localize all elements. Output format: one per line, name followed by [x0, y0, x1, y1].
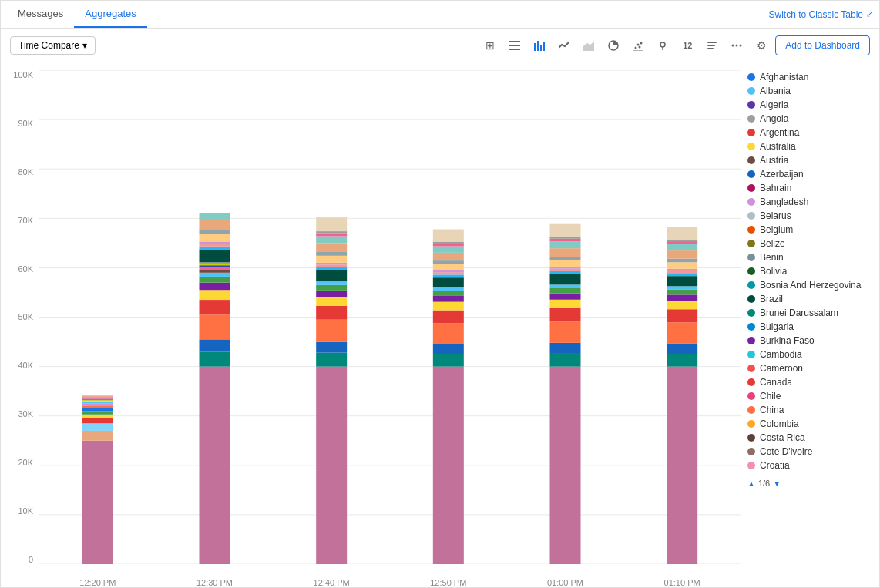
bar-segment[interactable] [433, 244, 464, 247]
bar-segment[interactable] [82, 415, 113, 418]
legend-item[interactable]: Albania [747, 84, 873, 98]
bar-segment[interactable] [82, 398, 113, 399]
bar-segment[interactable] [200, 234, 230, 242]
tab-messages[interactable]: Messages [7, 1, 74, 28]
bar-segment[interactable] [550, 224, 581, 237]
bar-segment[interactable] [667, 250, 697, 259]
bar-segment[interactable] [316, 234, 347, 237]
bar-segment[interactable] [82, 400, 113, 401]
bar-segment[interactable] [316, 367, 347, 564]
bar-segment[interactable] [316, 237, 347, 244]
legend-item[interactable]: Cameroon [747, 361, 873, 375]
bar-segment[interactable] [433, 253, 464, 260]
bar-segment[interactable] [316, 267, 347, 270]
bar-segment[interactable] [667, 301, 697, 309]
legend-item[interactable]: China [747, 403, 873, 417]
bar-segment[interactable] [316, 243, 347, 252]
bar-segment[interactable] [316, 342, 347, 353]
bar-segment[interactable] [82, 441, 113, 564]
bar-segment[interactable] [200, 283, 230, 291]
bar-segment[interactable] [433, 264, 464, 270]
bar-segment[interactable] [200, 230, 230, 234]
bar-segment[interactable] [550, 271, 581, 274]
bar-segment[interactable] [200, 300, 230, 314]
bar-segment[interactable] [200, 220, 230, 230]
bar-segment[interactable] [316, 306, 347, 320]
legend-item[interactable]: Cote D'ivoire [747, 445, 873, 459]
time-compare-button[interactable]: Time Compare ▾ [10, 36, 96, 55]
bar-segment[interactable] [667, 367, 697, 564]
bar-segment[interactable] [550, 267, 581, 268]
text-view-icon[interactable] [701, 35, 723, 56]
legend-item[interactable]: Colombia [747, 417, 873, 431]
bar-segment[interactable] [550, 257, 581, 260]
legend-item[interactable]: Brazil [747, 292, 873, 306]
bar-segment[interactable] [433, 296, 464, 302]
legend-item[interactable]: Australia [747, 139, 873, 153]
bar-segment[interactable] [433, 230, 464, 242]
legend-item[interactable]: Benin [747, 250, 873, 264]
bar-segment[interactable] [667, 343, 697, 354]
bar-segment[interactable] [433, 242, 464, 244]
bar-segment[interactable] [316, 291, 347, 297]
bar-segment[interactable] [433, 272, 464, 274]
bar-segment[interactable] [82, 398, 113, 399]
bar-segment[interactable] [82, 404, 113, 406]
bar-segment[interactable] [316, 281, 347, 285]
bar-segment[interactable] [82, 423, 113, 431]
bar-segment[interactable] [550, 367, 581, 564]
bar-segment[interactable] [82, 397, 113, 398]
bar-segment[interactable] [667, 259, 697, 263]
legend-item[interactable]: Algeria [747, 98, 873, 112]
bar-segment[interactable] [550, 284, 581, 288]
bar-segment[interactable] [200, 267, 230, 270]
bar-segment[interactable] [550, 274, 581, 284]
bar-segment[interactable] [316, 264, 347, 267]
area-chart-view-icon[interactable] [578, 35, 600, 56]
legend-item[interactable]: Bulgaria [747, 320, 873, 334]
bar-segment[interactable] [667, 276, 697, 286]
bar-segment[interactable] [667, 322, 697, 343]
legend-item[interactable]: Bahrain [747, 181, 873, 195]
bar-segment[interactable] [550, 300, 581, 308]
bar-segment[interactable] [667, 309, 697, 322]
legend-item[interactable]: Brunei Darussalam [747, 306, 873, 320]
bar-segment[interactable] [316, 217, 347, 231]
bar-segment[interactable] [316, 270, 347, 281]
bar-segment[interactable] [550, 343, 581, 354]
bar-segment[interactable] [200, 367, 230, 564]
bar-segment[interactable] [82, 411, 113, 414]
bar-segment[interactable] [316, 256, 347, 263]
bar-segment[interactable] [433, 302, 464, 311]
bar-segment[interactable] [200, 277, 230, 283]
legend-item[interactable]: Burkina Faso [747, 334, 873, 348]
bar-segment[interactable] [550, 294, 581, 300]
bar-segment[interactable] [200, 314, 230, 339]
bar-segment[interactable] [200, 339, 230, 351]
bar-segment[interactable] [82, 401, 113, 402]
bar-segment[interactable] [200, 264, 230, 265]
legend-item[interactable]: Belize [747, 237, 873, 250]
pie-chart-view-icon[interactable] [603, 35, 624, 56]
legend-item[interactable]: Belgium [747, 223, 873, 237]
bar-segment[interactable] [667, 227, 697, 239]
bar-chart-view-icon[interactable] [529, 35, 550, 56]
legend-item[interactable]: Bangladesh [747, 195, 873, 209]
legend-item[interactable]: Azerbaijan [747, 167, 873, 181]
bar-segment[interactable] [200, 265, 230, 267]
page-up-icon[interactable]: ▲ [747, 479, 755, 488]
legend-item[interactable]: Afghanistan [747, 70, 873, 84]
bar-segment[interactable] [82, 431, 113, 441]
bar-segment[interactable] [550, 354, 581, 367]
bar-segment[interactable] [433, 367, 464, 564]
bar-segment[interactable] [316, 320, 347, 342]
bar-segment[interactable] [316, 252, 347, 256]
bar-segment[interactable] [667, 290, 697, 295]
bar-segment[interactable] [316, 231, 347, 234]
bar-segment[interactable] [433, 277, 464, 287]
switch-classic-button[interactable]: Switch to Classic Table ⤢ [769, 9, 874, 20]
bar-segment[interactable] [667, 262, 697, 268]
bar-segment[interactable] [667, 244, 697, 250]
bar-segment[interactable] [550, 269, 581, 271]
bar-segment[interactable] [433, 311, 464, 324]
